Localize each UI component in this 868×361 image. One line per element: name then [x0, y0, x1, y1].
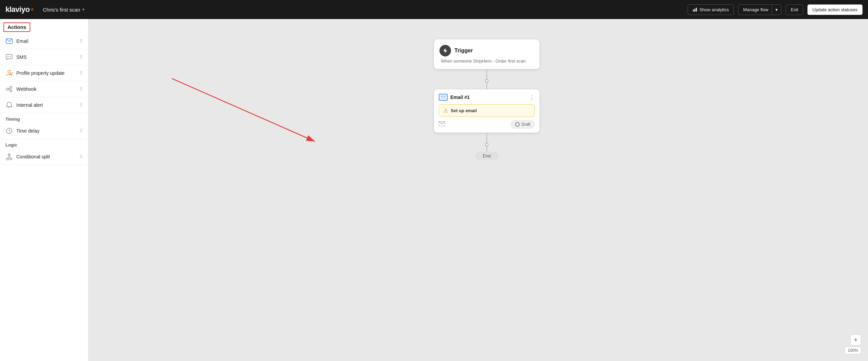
show-analytics-button[interactable]: Show analytics [688, 4, 734, 15]
email-icon [5, 37, 13, 45]
connector-dot-2 [485, 143, 488, 146]
svg-point-22 [10, 158, 12, 160]
email-node-title: Email #1 [450, 94, 470, 100]
email-node-menu-button[interactable]: ⋮ [529, 93, 535, 101]
svg-rect-1 [694, 8, 695, 12]
draft-badge[interactable]: Draft [511, 120, 535, 128]
sms-icon [5, 53, 13, 61]
webhook-icon [5, 85, 13, 93]
split-icon [5, 153, 13, 160]
webhook-drag-handle[interactable]: ⠿ [79, 86, 83, 92]
end-label: End [483, 153, 491, 158]
setup-email-banner[interactable]: ⚠ Set up email [439, 104, 535, 117]
zoom-in-button[interactable]: + [850, 334, 861, 345]
trigger-icon [439, 45, 451, 56]
zoom-level-label: 100% [845, 347, 861, 354]
conditional-split-label: Conditional split [16, 154, 50, 159]
email-footer-envelope-icon [439, 121, 445, 127]
connector-line-2 [486, 83, 487, 89]
flow-title-button[interactable]: Chris's first scan ▾ [43, 7, 84, 13]
warning-icon: ⚠ [443, 107, 448, 114]
setup-email-text: Set up email [451, 108, 477, 113]
timing-section-title: Timing [0, 113, 88, 123]
flow-container: Trigger When someone ShipHero - Order fi… [434, 39, 540, 160]
trigger-description: When someone ShipHero - Order first scan [439, 58, 534, 64]
svg-point-21 [6, 158, 9, 160]
internal-alert-label: Internal alert [16, 102, 43, 108]
sidebar-item-email[interactable]: Email ⠿ [0, 33, 88, 49]
analytics-icon [693, 7, 697, 12]
conditional-split-drag-handle[interactable]: ⠿ [79, 154, 83, 159]
svg-line-12 [9, 88, 10, 89]
flow-canvas[interactable]: Trigger When someone ShipHero - Order fi… [89, 19, 868, 361]
connector-dot-1 [485, 79, 488, 83]
sidebar-item-sms[interactable]: SMS ⠿ [0, 49, 88, 65]
svg-point-11 [10, 90, 12, 92]
end-node: End [475, 152, 498, 160]
manage-flow-label: Manage flow [738, 5, 772, 15]
svg-point-6 [9, 56, 10, 57]
sidebar: Actions Email ⠿ SMS ⠿ [0, 19, 89, 361]
zoom-controls: + 100% [845, 334, 861, 354]
connector-line-1 [486, 69, 487, 79]
exit-button[interactable]: Exit [786, 4, 803, 15]
profile-property-drag-handle[interactable]: ⠿ [79, 70, 83, 76]
logo-text: klaviyo [5, 5, 30, 14]
svg-point-5 [7, 56, 8, 57]
sidebar-item-conditional-split[interactable]: Conditional split ⠿ [0, 149, 88, 165]
flow-title-text: Chris's first scan [43, 7, 80, 13]
sidebar-item-time-delay[interactable]: Time delay ⠿ [0, 123, 88, 139]
email-label: Email [16, 38, 28, 44]
draft-label: Draft [521, 122, 530, 127]
profile-property-icon [5, 69, 13, 77]
svg-line-13 [9, 89, 10, 90]
bell-icon [5, 101, 13, 109]
sms-label: SMS [16, 54, 27, 60]
time-delay-label: Time delay [16, 128, 39, 134]
svg-point-17 [8, 154, 10, 156]
sidebar-item-internal-alert[interactable]: Internal alert ⠿ [0, 97, 88, 113]
draft-status-icon [515, 122, 520, 127]
logic-section-title: Logic [0, 139, 88, 149]
internal-alert-drag-handle[interactable]: ⠿ [79, 102, 83, 108]
trigger-label: Trigger [454, 48, 473, 54]
svg-rect-0 [693, 10, 694, 12]
svg-point-9 [6, 88, 9, 90]
lightning-icon [442, 48, 448, 54]
svg-point-8 [8, 70, 11, 73]
sidebar-item-profile-property-update[interactable]: Profile property update ⠿ [0, 65, 88, 81]
profile-property-label: Profile property update [16, 70, 65, 76]
svg-line-16 [9, 131, 11, 132]
update-action-statuses-button[interactable]: Update action statuses [807, 4, 863, 15]
email-node[interactable]: Email #1 ⋮ ⚠ Set up email [434, 89, 540, 133]
clock-icon [5, 127, 13, 135]
trigger-node[interactable]: Trigger When someone ShipHero - Order fi… [434, 39, 540, 69]
flow-title-chevron-icon: ▾ [82, 7, 84, 12]
top-navigation: klaviyo® Chris's first scan ▾ Show analy… [0, 0, 868, 19]
svg-point-10 [10, 86, 12, 88]
svg-point-7 [10, 56, 11, 57]
main-layout: Actions Email ⠿ SMS ⠿ [0, 19, 868, 361]
time-delay-drag-handle[interactable]: ⠿ [79, 128, 83, 134]
sms-drag-handle[interactable]: ⠿ [79, 54, 83, 60]
email-node-icon [439, 94, 448, 101]
sidebar-item-webhook[interactable]: Webhook ⠿ [0, 81, 88, 97]
connector-line-3 [486, 133, 487, 143]
actions-section-title: Actions [7, 24, 26, 30]
klaviyo-logo: klaviyo® [5, 5, 33, 14]
webhook-label: Webhook [16, 86, 36, 92]
email-drag-handle[interactable]: ⠿ [79, 38, 83, 44]
manage-flow-button[interactable]: Manage flow ▾ [738, 4, 782, 15]
svg-line-24 [172, 79, 315, 141]
connector-line-4 [486, 146, 487, 152]
manage-flow-chevron-icon[interactable]: ▾ [772, 5, 781, 15]
envelope-icon [441, 96, 446, 99]
svg-rect-2 [696, 8, 697, 12]
